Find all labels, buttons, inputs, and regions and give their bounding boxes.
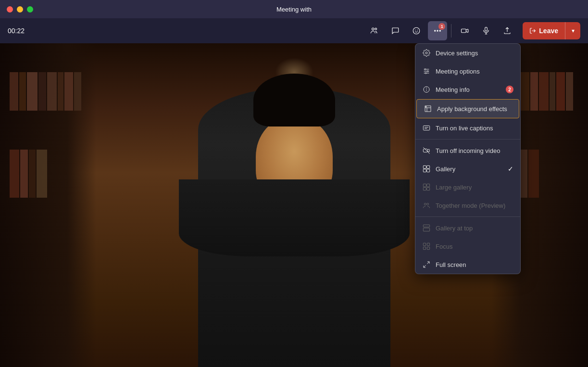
large-gallery-label: Large gallery [436,184,472,191]
svg-rect-41 [423,243,425,245]
background-icon [424,104,432,113]
svg-rect-43 [423,247,425,249]
svg-rect-39 [423,225,429,227]
no-video-icon [422,146,431,155]
svg-line-28 [423,147,429,153]
apply-background-label: Apply background effects [437,105,507,113]
svg-rect-40 [423,228,429,231]
leave-label: Leave [539,27,558,35]
svg-point-7 [439,30,440,31]
microphone-button[interactable] [476,21,496,40]
svg-line-46 [424,265,426,267]
dropdown-menu: Device settings Meeting options Meeting … [415,43,521,274]
show-participants-button[interactable] [364,21,384,40]
divider-1 [415,139,520,139]
svg-point-2 [413,27,420,34]
video-area: Device settings Meeting options Meeting … [0,43,588,367]
toolbar-buttons: 1 Leave ▾ [364,21,580,40]
large-gallery-icon [422,183,431,191]
full-screen-item[interactable]: Full screen [415,255,520,274]
meeting-info-label: Meeting info [436,86,470,93]
settings-sliders-icon [422,67,431,76]
divider-2 [415,216,520,217]
svg-rect-33 [423,184,426,187]
svg-point-38 [427,203,429,205]
meeting-info-badge: 2 [506,86,513,93]
live-captions-item[interactable]: Turn on live captions [415,119,520,137]
svg-rect-24 [423,126,429,130]
svg-point-0 [372,28,375,30]
gallery-top-label: Gallery at top [436,225,473,232]
large-gallery-item[interactable]: Large gallery [415,178,520,196]
focus-item[interactable]: Focus [415,237,520,255]
traffic-lights [7,6,33,13]
divider [451,24,451,38]
gallery-top-icon [422,224,431,232]
focus-label: Focus [436,243,452,250]
svg-rect-8 [462,29,466,33]
together-icon [422,201,431,210]
live-captions-label: Turn on live captions [436,125,493,132]
leave-wrapper: Leave ▾ [523,22,580,39]
device-settings-label: Device settings [436,50,478,57]
meeting-options-item[interactable]: Meeting options [415,62,520,80]
focus-icon [422,242,431,251]
camera-button[interactable] [455,21,475,40]
svg-point-13 [425,52,427,54]
svg-point-23 [425,106,426,107]
together-mode-item[interactable]: Together mode (Preview) [415,196,520,215]
gallery-label: Gallery [436,165,455,173]
gallery-item[interactable]: Gallery ✓ [415,160,520,178]
svg-rect-44 [427,247,429,249]
gallery-top-item[interactable]: Gallery at top [415,219,520,237]
apply-background-item[interactable]: Apply background effects [416,99,519,118]
together-mode-label: Together mode (Preview) [436,202,505,209]
gear-icon [422,49,431,57]
turn-off-video-item[interactable]: Turn off incoming video [415,141,520,160]
leave-chevron-button[interactable]: ▾ [565,22,580,39]
svg-point-37 [424,203,426,205]
svg-rect-42 [427,243,429,245]
gallery-icon [422,165,431,173]
svg-point-5 [435,30,436,31]
svg-rect-29 [423,165,426,168]
captions-icon [422,124,431,132]
svg-point-1 [375,28,377,30]
maximize-button[interactable] [27,6,33,13]
window-title: Meeting with [276,6,312,13]
svg-rect-35 [423,188,426,190]
svg-rect-32 [427,169,430,172]
svg-line-45 [427,262,429,264]
leave-button[interactable]: Leave [523,22,565,39]
meeting-options-label: Meeting options [436,68,480,75]
svg-point-17 [425,69,426,70]
svg-point-18 [427,71,428,72]
meeting-toolbar: 00:22 1 [0,18,588,43]
share-button[interactable] [498,21,517,40]
svg-point-19 [425,73,426,74]
more-badge: 1 [438,23,445,30]
title-bar: Meeting with [0,0,588,18]
chat-button[interactable] [386,21,405,40]
svg-rect-9 [485,27,488,31]
svg-rect-30 [427,165,430,168]
svg-point-6 [437,30,438,31]
turn-off-video-label: Turn off incoming video [436,147,500,154]
svg-rect-34 [427,184,430,187]
svg-rect-36 [427,188,430,190]
full-screen-label: Full screen [436,261,466,268]
reactions-button[interactable] [407,21,426,40]
gallery-checkmark: ✓ [508,165,513,173]
more-actions-button[interactable]: 1 [428,21,447,40]
device-settings-item[interactable]: Device settings [415,44,520,62]
minimize-button[interactable] [17,6,23,13]
fullscreen-icon [422,260,431,269]
svg-rect-31 [423,169,426,172]
meeting-timer: 00:22 [8,27,25,35]
info-icon [422,85,431,94]
close-button[interactable] [7,6,13,13]
meeting-info-item[interactable]: Meeting info 2 [415,80,520,99]
